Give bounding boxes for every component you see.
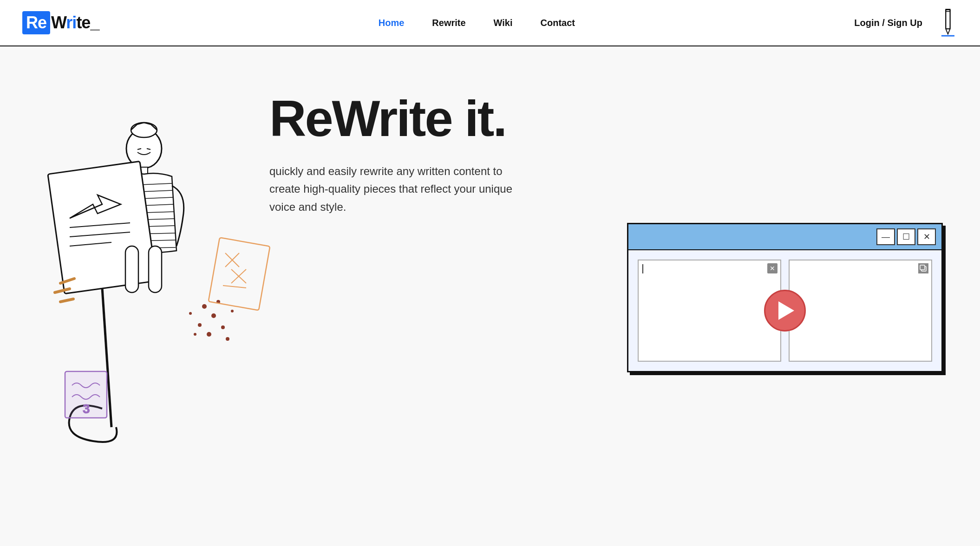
text-cursor [642,264,643,273]
svg-marker-1 [946,29,950,34]
hero-section: 3 ReWrite it. quickly and easily rewrite… [0,46,980,464]
hero-subtitle: quickly and easily rewrite any written c… [269,162,529,216]
window-close-button[interactable]: ✕ [917,228,936,245]
hero-content: ReWrite it. quickly and easily rewrite a… [269,93,585,216]
input-panel[interactable]: ✕ [638,260,781,362]
svg-rect-23 [48,161,157,293]
svg-rect-29 [149,246,162,292]
svg-point-35 [198,323,202,327]
svg-text:3: 3 [83,402,90,416]
svg-rect-28 [125,246,138,292]
play-triangle-icon [778,301,794,320]
navbar: ReWrite_ Home Rewrite Wiki Contact Login… [0,0,980,46]
nav-item-contact[interactable]: Contact [541,18,575,28]
svg-point-42 [194,333,196,336]
svg-point-37 [207,332,211,337]
window-maximize-button[interactable]: ☐ [897,228,915,245]
svg-line-48 [223,286,246,288]
nav-right: Login / Sign Up [854,9,958,37]
nav-link-home[interactable]: Home [379,18,405,28]
app-window-mockup: — ☐ ✕ ✕ [627,223,943,372]
nav-link-wiki[interactable]: Wiki [494,18,513,28]
login-button[interactable]: Login / Sign Up [854,18,922,28]
window-titlebar: — ☐ ✕ [628,224,941,250]
svg-point-33 [202,304,207,309]
logo-re: Re [22,11,50,34]
play-video-button[interactable] [764,290,806,332]
svg-rect-0 [946,10,950,29]
nav-item-rewrite[interactable]: Rewrite [432,18,465,28]
window-minimize-button[interactable]: — [876,228,895,245]
output-panel [789,260,932,362]
svg-point-34 [211,313,216,318]
nav-link-contact[interactable]: Contact [541,18,575,28]
nav-links: Home Rewrite Wiki Contact [379,18,575,28]
hero-title: ReWrite it. [269,93,585,144]
logo-write-text: Write [51,13,90,32]
svg-point-41 [226,337,229,341]
nav-item-wiki[interactable]: Wiki [494,18,513,28]
nav-link-rewrite[interactable]: Rewrite [432,18,465,28]
svg-point-39 [189,312,192,315]
svg-point-40 [231,310,234,312]
svg-point-38 [221,325,225,329]
window-body: ✕ [628,250,941,371]
svg-rect-52 [920,265,925,270]
logo-cursor: _ [90,13,99,32]
copy-output-button[interactable] [918,263,928,273]
svg-rect-43 [209,238,270,311]
svg-line-32 [60,299,73,302]
logo[interactable]: ReWrite_ [22,11,99,34]
clear-input-button[interactable]: ✕ [767,263,777,273]
pencil-icon [937,9,958,37]
nav-item-home[interactable]: Home [379,18,405,28]
svg-point-5 [131,123,157,137]
hero-illustration: 3 [19,74,279,455]
